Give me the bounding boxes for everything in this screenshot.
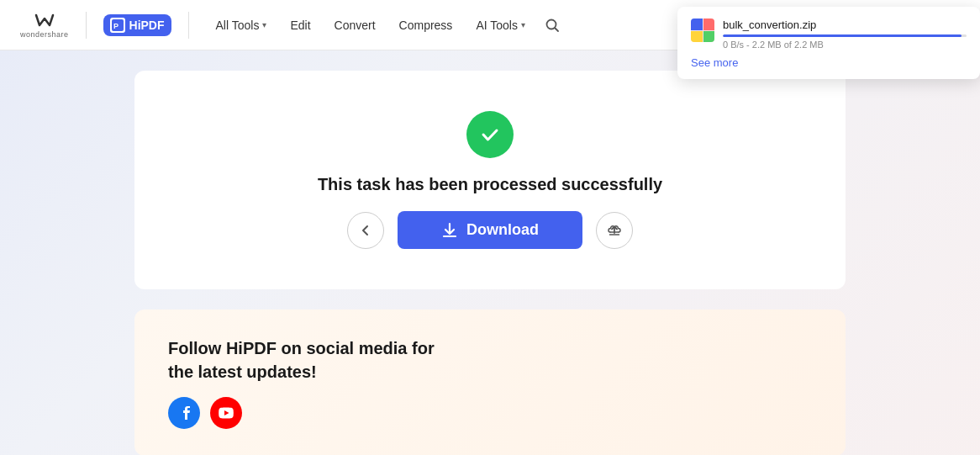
success-title: This task has been processed successfull…	[318, 175, 662, 194]
search-icon	[545, 18, 560, 33]
chevron-down-icon: ▾	[262, 20, 266, 29]
popup-info: bulk_convertion.zip 0 B/s - 2.2 MB of 2.…	[723, 19, 967, 50]
wondershare-icon	[33, 12, 56, 29]
divider	[86, 12, 87, 39]
facebook-button[interactable]	[168, 397, 200, 429]
wondershare-logo: wondershare	[20, 12, 69, 39]
wondershare-text: wondershare	[20, 30, 69, 39]
svg-text:P: P	[113, 22, 119, 30]
search-button[interactable]	[539, 12, 566, 39]
social-card: Follow HiPDF on social media for the lat…	[134, 310, 846, 455]
social-icons	[168, 397, 812, 429]
hipdf-label: HiPDF	[129, 19, 165, 32]
nav-ai-tools[interactable]: AI Tools ▾	[466, 13, 535, 37]
success-card: This task has been processed successfull…	[134, 71, 846, 289]
popup-download-item: bulk_convertion.zip 0 B/s - 2.2 MB of 2.…	[691, 19, 967, 50]
success-icon	[466, 111, 514, 158]
download-button[interactable]: Download	[398, 211, 582, 249]
hipdf-badge[interactable]: P HiPDF	[103, 14, 171, 36]
popup-size-text: 0 B/s - 2.2 MB of 2.2 MB	[723, 40, 967, 50]
nav-all-tools[interactable]: All Tools ▾	[206, 13, 277, 37]
progress-bar-wrap	[723, 34, 967, 37]
youtube-button[interactable]	[210, 397, 242, 429]
nav-convert[interactable]: Convert	[324, 13, 386, 37]
file-icon	[691, 19, 714, 42]
facebook-icon	[175, 404, 193, 422]
hipdf-icon: P	[112, 19, 124, 31]
upload-button[interactable]	[596, 212, 633, 249]
checkmark-icon	[478, 123, 502, 146]
progress-bar	[723, 34, 962, 37]
hipdf-badge-icon: P	[110, 18, 125, 33]
header: wondershare P HiPDF All Tools ▾ Edit Con…	[0, 0, 980, 50]
logo-area: wondershare P HiPDF	[20, 12, 189, 39]
action-row: Download	[347, 211, 633, 249]
main-content: This task has been processed successfull…	[0, 50, 980, 455]
cloud-upload-icon	[608, 224, 621, 237]
chevron-down-icon-2: ▾	[521, 20, 525, 29]
nav-edit[interactable]: Edit	[280, 13, 320, 37]
social-title: Follow HiPDF on social media for the lat…	[168, 336, 454, 384]
youtube-icon	[217, 404, 235, 422]
svg-point-2	[546, 19, 556, 29]
back-button[interactable]	[347, 212, 384, 249]
download-popup: bulk_convertion.zip 0 B/s - 2.2 MB of 2.…	[677, 7, 980, 79]
svg-line-3	[555, 28, 558, 31]
download-icon	[441, 222, 458, 239]
see-more-link[interactable]: See more	[691, 56, 967, 69]
nav-compress[interactable]: Compress	[389, 13, 463, 37]
back-icon	[360, 225, 371, 236]
popup-filename: bulk_convertion.zip	[723, 19, 967, 31]
